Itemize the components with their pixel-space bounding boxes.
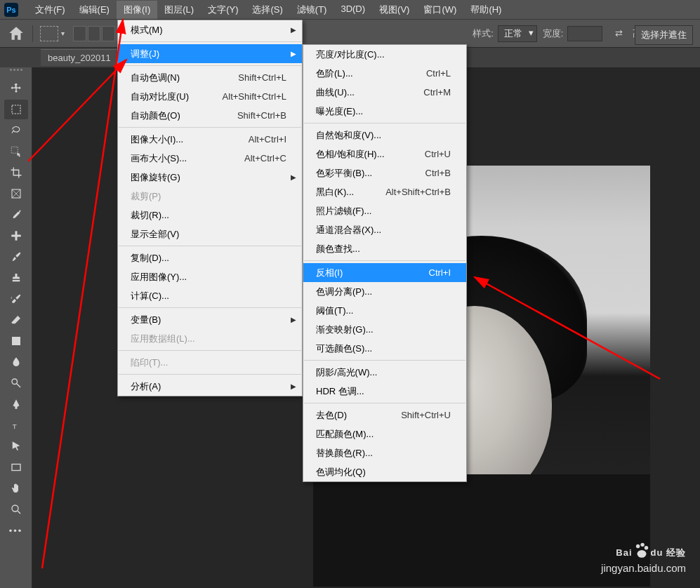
menubar-item-8[interactable]: 视图(V) <box>372 1 416 19</box>
menu-item-label: 图像旋转(G) <box>131 171 286 184</box>
adjust-menu-item-23[interactable]: 匹配颜色(M)... <box>303 425 466 443</box>
style-select[interactable]: 正常 ▾ <box>498 25 537 42</box>
adjust-menu-item-19[interactable]: 阴影/高光(W)... <box>303 363 466 382</box>
menubar-item-3[interactable]: 图层(L) <box>157 1 201 19</box>
lasso-tool[interactable] <box>4 121 28 140</box>
menu-item-shortcut: Alt+Ctrl+I <box>249 134 286 145</box>
menu-item-label: 色阶(L)... <box>316 67 414 80</box>
rectangle-tool[interactable] <box>4 457 28 477</box>
adjust-menu-item-3[interactable]: 曝光度(E)... <box>303 102 466 121</box>
adjust-menu-item-0[interactable]: 亮度/对比度(C)... <box>303 45 466 64</box>
menubar-item-6[interactable]: 滤镜(T) <box>290 1 334 19</box>
marquee-tool[interactable] <box>4 100 28 119</box>
menu-item-label: 画布大小(S)... <box>131 152 232 165</box>
image-menu-item-16[interactable]: 应用图像(Y)... <box>118 267 302 286</box>
image-menu-item-5[interactable]: 自动对比度(U)Alt+Shift+Ctrl+L <box>118 87 302 106</box>
image-menu-item-9[interactable]: 画布大小(S)...Alt+Ctrl+C <box>118 149 302 168</box>
image-menu-item-24[interactable]: 分析(A)▶ <box>118 377 302 396</box>
menubar-item-0[interactable]: 文件(F) <box>28 1 72 19</box>
quick-select-tool[interactable] <box>4 142 28 161</box>
width-input[interactable] <box>567 26 602 41</box>
pen-tool[interactable] <box>4 394 28 414</box>
crop-tool[interactable] <box>4 163 28 182</box>
adjust-menu-item-5[interactable]: 自然饱和度(V)... <box>303 126 466 145</box>
adjust-menu-item-1[interactable]: 色阶(L)...Ctrl+L <box>303 64 466 83</box>
stamp-tool[interactable] <box>4 268 28 288</box>
dodge-tool[interactable] <box>4 373 28 393</box>
menubar-item-1[interactable]: 编辑(E) <box>72 1 117 19</box>
menubar-item-7[interactable]: 3D(D) <box>334 1 372 19</box>
eraser-tool[interactable] <box>4 310 28 330</box>
svg-point-13 <box>644 546 647 549</box>
menu-item-label: 色相/饱和度(H)... <box>316 148 412 161</box>
select-and-mask-button[interactable]: 选择并遮住 <box>635 25 693 45</box>
menu-bar: Ps 文件(F)编辑(E)图像(I)图层(L)文字(Y)选择(S)滤镜(T)3D… <box>0 0 700 20</box>
image-menu: 模式(M)▶调整(J)▶自动色调(N)Shift+Ctrl+L自动对比度(U)A… <box>117 20 303 396</box>
adjust-menu-item-6[interactable]: 色相/饱和度(H)...Ctrl+U <box>303 145 466 163</box>
menubar-item-5[interactable]: 选择(S) <box>245 1 289 19</box>
toolbar-handle[interactable] <box>5 69 27 74</box>
move-tool[interactable] <box>4 79 28 98</box>
adjust-menu-item-8[interactable]: 黑白(K)...Alt+Shift+Ctrl+B <box>303 182 466 201</box>
eyedropper-tool[interactable] <box>4 205 28 225</box>
healing-tool[interactable] <box>4 226 28 246</box>
history-brush-tool[interactable] <box>4 289 28 309</box>
adjust-menu-separator <box>304 260 465 261</box>
image-menu-item-6[interactable]: 自动颜色(O)Shift+Ctrl+B <box>118 106 302 125</box>
brush-tool[interactable] <box>4 247 28 267</box>
image-menu-item-2[interactable]: 调整(J)▶ <box>118 44 302 63</box>
menubar-item-9[interactable]: 窗口(W) <box>416 1 463 19</box>
adjust-menu-item-15[interactable]: 阈值(T)... <box>303 301 466 320</box>
link-icon[interactable]: ⇄ <box>615 28 623 39</box>
menu-item-label: 调整(J) <box>131 48 286 60</box>
adjust-menu-item-25[interactable]: 色调均化(Q) <box>303 462 466 481</box>
menu-item-label: 匹配颜色(M)... <box>316 428 451 441</box>
menubar-item-2[interactable]: 图像(I) <box>117 1 157 19</box>
adjust-menu-item-7[interactable]: 色彩平衡(B)...Ctrl+B <box>303 163 466 182</box>
svg-point-10 <box>12 505 18 512</box>
image-menu-item-10[interactable]: 图像旋转(G)▶ <box>118 168 302 187</box>
more-tools[interactable]: ••• <box>4 521 28 540</box>
adjust-menu-item-9[interactable]: 照片滤镜(F)... <box>303 201 466 220</box>
menu-item-label: 色彩平衡(B)... <box>316 167 413 180</box>
menubar-item-10[interactable]: 帮助(H) <box>463 1 508 19</box>
image-menu-item-19[interactable]: 变量(B)▶ <box>118 310 302 329</box>
image-menu-item-12[interactable]: 裁切(R)... <box>118 206 302 225</box>
chevron-down-icon[interactable]: ▾ <box>61 29 65 37</box>
adjust-menu-item-13[interactable]: 反相(I)Ctrl+I <box>303 263 466 282</box>
menu-item-label: 亮度/对比度(C)... <box>316 48 451 61</box>
width-label: 宽度: <box>543 27 564 40</box>
image-menu-item-8[interactable]: 图像大小(I)...Alt+Ctrl+I <box>118 130 302 149</box>
path-select-tool[interactable] <box>4 436 28 456</box>
type-tool[interactable]: T <box>4 415 28 435</box>
image-menu-item-13[interactable]: 显示全部(V) <box>118 225 302 243</box>
svg-rect-4 <box>15 231 17 241</box>
image-menu-item-22: 陷印(T)... <box>118 353 302 372</box>
adjust-menu-item-20[interactable]: HDR 色调... <box>303 382 466 401</box>
adjust-menu-item-11[interactable]: 颜色查找... <box>303 239 466 258</box>
image-menu-item-0[interactable]: 模式(M)▶ <box>118 20 302 39</box>
blur-tool[interactable] <box>4 352 28 372</box>
adjust-menu-item-22[interactable]: 去色(D)Shift+Ctrl+U <box>303 406 466 425</box>
image-menu-item-17[interactable]: 计算(C)... <box>118 286 302 305</box>
menubar-item-4[interactable]: 文字(Y) <box>201 1 245 19</box>
frame-tool[interactable] <box>4 184 28 203</box>
image-menu-separator <box>119 127 301 128</box>
adjust-menu-item-17[interactable]: 可选颜色(S)... <box>303 339 466 358</box>
zoom-tool[interactable] <box>4 500 28 519</box>
gradient-tool[interactable] <box>4 331 28 351</box>
image-menu-item-15[interactable]: 复制(D)... <box>118 248 302 267</box>
image-menu-item-4[interactable]: 自动色调(N)Shift+Ctrl+L <box>118 68 302 87</box>
image-menu-separator <box>119 246 301 246</box>
adjust-menu-separator <box>304 360 465 361</box>
adjust-menu-item-24[interactable]: 替换颜色(R)... <box>303 443 466 462</box>
home-icon[interactable] <box>7 25 25 43</box>
adjust-menu-item-14[interactable]: 色调分离(P)... <box>303 282 466 301</box>
adjust-menu-item-16[interactable]: 渐变映射(G)... <box>303 320 466 339</box>
adjust-menu-item-10[interactable]: 通道混合器(X)... <box>303 220 466 239</box>
document-tab[interactable]: beauty_202011 <box>41 49 118 66</box>
adjust-menu-item-2[interactable]: 曲线(U)...Ctrl+M <box>303 83 466 102</box>
marquee-preset-icon[interactable] <box>40 26 58 41</box>
hand-tool[interactable] <box>4 479 28 498</box>
svg-point-7 <box>12 379 18 385</box>
